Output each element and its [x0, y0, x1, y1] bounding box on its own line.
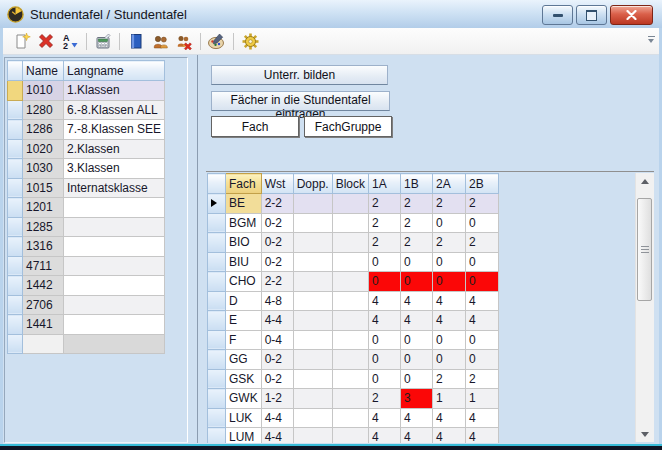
- hours-cell[interactable]: 2: [433, 194, 466, 214]
- hours-cell[interactable]: 4: [433, 408, 466, 428]
- subject-cell[interactable]: BGM: [226, 213, 262, 233]
- row-selector[interactable]: [8, 315, 23, 335]
- dopp-cell[interactable]: [293, 194, 332, 214]
- row-selector[interactable]: [8, 237, 23, 257]
- new-entry-button[interactable]: [11, 30, 33, 52]
- hours-cell[interactable]: 0: [433, 330, 466, 350]
- wst-cell[interactable]: 4-8: [261, 291, 293, 311]
- hours-cell[interactable]: 4: [369, 428, 401, 444]
- wst-cell[interactable]: 0-2: [261, 233, 293, 253]
- vertical-scrollbar[interactable]: [635, 173, 654, 442]
- row-selector[interactable]: [8, 100, 23, 120]
- row-selector[interactable]: [8, 295, 23, 315]
- hours-cell[interactable]: 0: [369, 272, 401, 292]
- hours-cell[interactable]: 4: [466, 311, 499, 331]
- row-selector[interactable]: [208, 350, 226, 370]
- row-selector[interactable]: [8, 139, 23, 159]
- row-selector[interactable]: [208, 194, 226, 214]
- block-cell[interactable]: [332, 213, 368, 233]
- hours-cell[interactable]: 0: [466, 213, 499, 233]
- hours-cell[interactable]: 0: [433, 272, 466, 292]
- block-cell[interactable]: [332, 408, 368, 428]
- hours-cell[interactable]: 2: [369, 233, 401, 253]
- block-cell[interactable]: [332, 272, 368, 292]
- block-cell[interactable]: [332, 330, 368, 350]
- hours-cell[interactable]: 1: [466, 389, 499, 409]
- column-header-wst[interactable]: Wst: [261, 174, 293, 194]
- dopp-cell[interactable]: [293, 291, 332, 311]
- dopp-cell[interactable]: [293, 272, 332, 292]
- column-header-dopp[interactable]: Dopp.: [293, 174, 332, 194]
- subject-cell[interactable]: LUK: [226, 408, 262, 428]
- hours-cell[interactable]: 3: [401, 389, 433, 409]
- hours-cell[interactable]: 2: [369, 389, 401, 409]
- wst-cell[interactable]: 0-2: [261, 369, 293, 389]
- sort-button[interactable]: A 2: [59, 30, 81, 52]
- class-name-cell[interactable]: 1441: [23, 315, 64, 335]
- row-selector[interactable]: [8, 159, 23, 179]
- class-langname-cell[interactable]: 7.-8.Klassen SEE: [64, 120, 165, 140]
- dopp-cell[interactable]: [293, 369, 332, 389]
- row-selector[interactable]: [8, 178, 23, 198]
- dopp-cell[interactable]: [293, 213, 332, 233]
- class-name-cell[interactable]: 4711: [23, 256, 64, 276]
- row-selector[interactable]: [8, 217, 23, 237]
- class-langname-cell[interactable]: 2.Klassen: [64, 139, 165, 159]
- subject-cell[interactable]: LUM: [226, 428, 262, 444]
- hours-cell[interactable]: 4: [401, 428, 433, 444]
- block-cell[interactable]: [332, 233, 368, 253]
- block-cell[interactable]: [332, 311, 368, 331]
- class-name-cell[interactable]: 1020: [23, 139, 64, 159]
- dopp-cell[interactable]: [293, 428, 332, 444]
- dopp-cell[interactable]: [293, 330, 332, 350]
- wst-cell[interactable]: 0-2: [261, 213, 293, 233]
- row-selector[interactable]: [8, 198, 23, 218]
- subject-cell[interactable]: GG: [226, 350, 262, 370]
- block-cell[interactable]: [332, 428, 368, 444]
- row-selector[interactable]: [8, 334, 23, 354]
- hours-cell[interactable]: 0: [466, 252, 499, 272]
- row-selector-header[interactable]: [208, 174, 226, 194]
- hours-cell[interactable]: 0: [401, 369, 433, 389]
- hours-cell[interactable]: 0: [369, 350, 401, 370]
- hours-cell[interactable]: 2: [433, 233, 466, 253]
- class-langname-cell[interactable]: [64, 198, 165, 218]
- hours-cell[interactable]: 0: [466, 272, 499, 292]
- column-header-1a[interactable]: 1A: [369, 174, 401, 194]
- hours-cell[interactable]: 4: [401, 311, 433, 331]
- class-langname-cell[interactable]: [64, 334, 165, 354]
- hours-cell[interactable]: 0: [433, 350, 466, 370]
- hours-cell[interactable]: 2: [369, 213, 401, 233]
- class-name-cell[interactable]: 1010: [23, 81, 64, 101]
- class-langname-cell[interactable]: [64, 276, 165, 296]
- block-cell[interactable]: [332, 350, 368, 370]
- wst-cell[interactable]: 0-4: [261, 330, 293, 350]
- fachgruppe-button[interactable]: FachGruppe: [304, 116, 392, 137]
- fach-button[interactable]: Fach: [211, 116, 299, 137]
- column-header-langname[interactable]: Langname: [64, 61, 165, 81]
- hours-cell[interactable]: 4: [369, 311, 401, 331]
- hours-cell[interactable]: 0: [401, 252, 433, 272]
- hours-cell[interactable]: 4: [433, 428, 466, 444]
- scrollbar-thumb[interactable]: [637, 198, 652, 301]
- class-langname-cell[interactable]: 1.Klassen: [64, 81, 165, 101]
- hours-cell[interactable]: 0: [369, 330, 401, 350]
- class-name-cell[interactable]: 1201: [23, 198, 64, 218]
- class-langname-cell[interactable]: [64, 256, 165, 276]
- row-selector[interactable]: [208, 428, 226, 444]
- class-name-cell[interactable]: 1280: [23, 100, 64, 120]
- wst-cell[interactable]: 0-2: [261, 350, 293, 370]
- titlebar[interactable]: Stundentafel / Stundentafel: [0, 0, 662, 28]
- row-selector[interactable]: [208, 213, 226, 233]
- row-selector[interactable]: [208, 369, 226, 389]
- row-selector-header[interactable]: [8, 61, 23, 81]
- faecher-eintragen-button[interactable]: Fächer in die Stundentafel eintragen: [211, 91, 390, 111]
- row-selector[interactable]: [8, 120, 23, 140]
- dopp-cell[interactable]: [293, 311, 332, 331]
- class-langname-cell[interactable]: [64, 315, 165, 335]
- delete-button[interactable]: [35, 30, 57, 52]
- hours-cell[interactable]: 0: [433, 252, 466, 272]
- class-name-cell[interactable]: 1030: [23, 159, 64, 179]
- scroll-up-button[interactable]: [636, 173, 654, 189]
- subject-cell[interactable]: GWK: [226, 389, 262, 409]
